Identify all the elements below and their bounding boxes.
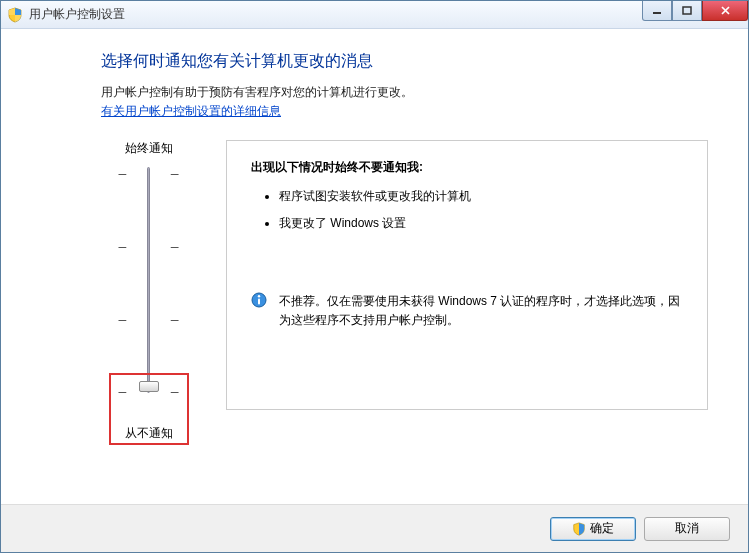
shield-icon — [572, 522, 586, 536]
recommendation-row: 不推荐。仅在需要使用未获得 Windows 7 认证的程序时，才选择此选项，因为… — [251, 292, 683, 330]
ok-button[interactable]: 确定 — [550, 517, 636, 541]
page-description: 用户帐户控制有助于预防有害程序对您的计算机进行更改。 — [101, 84, 708, 101]
more-info-link[interactable]: 有关用户帐户控制设置的详细信息 — [101, 104, 281, 118]
body-row: 始终通知 –– –– –– –– 从不通知 出现以下情况时始终不要通知我: 程序… — [101, 140, 708, 442]
maximize-button[interactable] — [672, 1, 702, 21]
slider-label-top: 始终通知 — [101, 140, 196, 157]
list-item: 我更改了 Windows 设置 — [279, 215, 683, 232]
slider-tick: –– — [119, 242, 179, 250]
slider-column: 始终通知 –– –– –– –– 从不通知 — [101, 140, 196, 442]
slider-tick: –– — [119, 315, 179, 323]
cancel-button[interactable]: 取消 — [644, 517, 730, 541]
info-box: 出现以下情况时始终不要通知我: 程序试图安装软件或更改我的计算机 我更改了 Wi… — [226, 140, 708, 410]
svg-rect-1 — [683, 7, 691, 14]
svg-point-4 — [258, 295, 260, 297]
info-header: 出现以下情况时始终不要通知我: — [251, 159, 683, 176]
window-title: 用户帐户控制设置 — [29, 6, 125, 23]
info-list: 程序试图安装软件或更改我的计算机 我更改了 Windows 设置 — [279, 188, 683, 232]
recommendation-text: 不推荐。仅在需要使用未获得 Windows 7 认证的程序时，才选择此选项，因为… — [279, 292, 683, 330]
ok-button-label: 确定 — [590, 520, 614, 537]
slider-tick: –– — [119, 169, 179, 177]
info-icon — [251, 292, 269, 330]
uac-settings-window: 用户帐户控制设置 选择何时通知您有关计算机更改的消息 用户帐户控制有助于预防有害… — [0, 0, 749, 553]
page-heading: 选择何时通知您有关计算机更改的消息 — [101, 51, 708, 72]
cancel-button-label: 取消 — [675, 520, 699, 537]
svg-rect-3 — [258, 299, 260, 305]
titlebar: 用户帐户控制设置 — [1, 1, 748, 29]
slider-track — [147, 167, 150, 393]
shield-icon — [7, 7, 23, 23]
uac-slider[interactable]: –– –– –– –– — [101, 167, 196, 407]
window-buttons — [642, 1, 748, 21]
minimize-button[interactable] — [642, 1, 672, 21]
svg-rect-0 — [653, 12, 661, 14]
content-area: 选择何时通知您有关计算机更改的消息 用户帐户控制有助于预防有害程序对您的计算机进… — [1, 29, 748, 452]
close-button[interactable] — [702, 1, 748, 21]
footer: 确定 取消 — [1, 504, 748, 552]
info-column: 出现以下情况时始终不要通知我: 程序试图安装软件或更改我的计算机 我更改了 Wi… — [226, 140, 708, 442]
slider-label-bottom: 从不通知 — [101, 425, 196, 442]
list-item: 程序试图安装软件或更改我的计算机 — [279, 188, 683, 205]
slider-thumb[interactable] — [139, 381, 159, 392]
